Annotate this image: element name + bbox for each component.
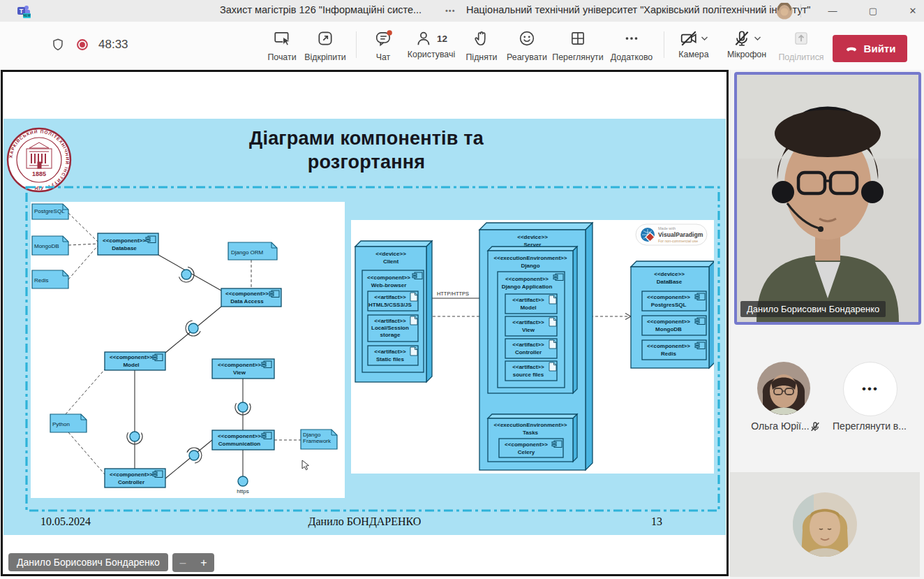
visual-paradigm-badge: Made with VisualParadigm For non-commerc… [636,224,707,245]
participant-video-tile[interactable] [730,472,920,577]
speaker-video [737,75,918,322]
university-logo: ХАРКІВСЬКИЙ ПОЛІТЕХНІЧНИЙ ІНСТИТУТ НТУ 1… [6,127,72,193]
speaker-video-tile[interactable]: Данило Борисович Бондаренко [734,72,921,325]
svg-text:Client: Client [383,258,399,265]
cd-component-controller: <<component>> Controller [105,469,165,488]
svg-text:Tasks: Tasks [523,430,539,436]
dd-env-tasks: <<executionEnvironment>> Tasks <<compone… [488,414,577,462]
dd-http-label: HTTP/HTTPS [437,291,469,297]
dd-env-django: <<executionEnvironment>> Django <<compon… [488,247,577,393]
unpin-icon [316,29,334,47]
titlebar-overflow-button[interactable]: ••• [445,6,456,15]
svg-text:<<component>>: <<component>> [647,343,690,349]
svg-text:PostgreSQL: PostgreSQL [34,208,65,214]
more-participants-button[interactable]: ••• [843,362,897,416]
slide-title: Діаграми компонентів та розгортання [161,126,572,174]
maximize-button[interactable]: ▢ [859,0,887,22]
svg-text:Communication: Communication [218,441,261,447]
svg-text:Static files: Static files [376,356,405,362]
svg-text:Model: Model [123,362,139,368]
cd-component-view: <<component>> View [212,359,274,379]
zoom-out-button[interactable]: – [172,557,193,569]
toolbar-label: Реагувати [498,52,556,62]
svg-text:Redis: Redis [34,277,48,284]
dd-component-postgressql: <<component>> PostgresSQL [642,291,706,311]
cd-note-postgresql: PostgreSQL [32,204,68,219]
toolbar-react-button[interactable]: Реагувати [498,29,556,62]
svg-text:Local/Session: Local/Session [371,325,409,331]
slide-title-line1: Діаграми компонентів та [161,126,572,150]
svg-text:<<executionEnvironment>>: <<executionEnvironment>> [494,422,567,428]
toolbar-view-button[interactable]: Переглянути [549,29,607,62]
toolbar-more-button[interactable]: Додатково [602,29,661,62]
svg-text:<<component>>: <<component>> [647,318,690,325]
react-smiley-icon [518,29,536,47]
dd-artifact-view: <<artifact>> View [505,316,557,336]
chevron-down-icon[interactable] [754,36,761,41]
dd-node-client: <<device>> Client <<component>> Web-brow… [355,241,432,382]
teams-app-icon[interactable]: T NEW [17,4,31,18]
svg-text:<<component>>: <<component>> [103,237,146,244]
toolbar-mic-button[interactable]: Мікрофон [717,29,776,59]
dd-artifact-html: <<artifact>> HTML5/CSS3/JS [368,291,418,311]
share-screen-icon [273,29,291,47]
dd-component-mongodb: <<component>> MongoDB [642,316,706,335]
svg-text:Data Access: Data Access [230,298,264,305]
chat-icon [374,29,393,47]
svg-text:MongoDB: MongoDB [655,326,682,332]
svg-text:<<artifact>>: <<artifact>> [512,364,544,370]
dd-artifact-static-files: <<artifact>> Static files [368,346,418,365]
close-button[interactable]: ✕ [899,0,924,22]
leave-button[interactable]: Вийти [833,35,907,62]
cd-note-django-framework: Django Framework [301,430,337,449]
svg-text:<<artifact>>: <<artifact>> [512,342,544,348]
svg-text:<<artifact>>: <<artifact>> [374,294,406,300]
svg-text:Database: Database [112,245,137,251]
zoom-in-button[interactable]: + [193,557,214,569]
participants-count: 12 [437,34,447,44]
svg-text:<<device>>: <<device>> [654,271,685,277]
participant-name-olga: Ольга Юрії... [747,420,814,432]
dd-artifact-local-session: <<artifact>> Local/Session storage [368,315,418,342]
svg-text:<<component>>: <<component>> [505,276,549,282]
svg-text:<<component>>: <<component>> [110,354,153,360]
slide-author: Данило БОНДАРЕНКО [3,515,726,528]
view-more-label: Переглянути в... [830,420,909,432]
participant-mic-off-icon [810,421,821,432]
meeting-title: Захист магістрів 126 "Інформаційні систе… [220,4,422,15]
svg-text:PostgresSQL: PostgresSQL [651,302,687,308]
svg-text:Redis: Redis [661,351,676,357]
svg-text:<<component>>: <<component>> [218,433,261,439]
org-name: Національний технічний університет "Харк… [466,4,810,15]
mic-off-icon [733,29,751,47]
cd-component-data-access: <<component>> Data Access [221,288,281,307]
toolbar-label: Камера [664,50,723,59]
svg-text:Controller: Controller [515,349,542,356]
participant-avatar-olga[interactable] [757,362,810,415]
chevron-down-icon[interactable] [701,36,708,41]
toolbar-label: Мікрофон [717,50,776,59]
svg-text:storage: storage [380,332,401,338]
toolbar-share-button-disabled: Поділитися [772,29,830,62]
camera-off-icon [680,29,698,47]
minimize-button[interactable]: — [819,0,847,22]
cd-https-label: https [237,488,248,494]
toolbar-camera-button[interactable]: Камера [664,29,723,59]
raise-hand-icon [472,29,491,47]
svg-text:Django ORM: Django ORM [231,249,264,256]
svg-text:<<artifact>>: <<artifact>> [374,349,406,355]
cd-component-communication: <<component>> Communication [212,430,274,450]
cd-component-database: <<component>> Database [98,233,158,255]
window-titlebar: T NEW Захист магістрів 126 "Інформаційні… [0,0,924,22]
toolbar-label: Додатково [602,52,661,62]
svg-text:source files: source files [513,372,544,378]
toolbar-unpin-button[interactable]: Відкріпити [296,29,355,62]
dd-component-redis: <<component>> Redis [642,340,706,360]
speaker-name-overlay: Данило Борисович Бондаренко [740,301,886,317]
slide-page-number: 13 [651,515,662,528]
participant-avatar-bottom [793,492,857,557]
user-avatar[interactable] [776,3,793,20]
shield-icon [50,37,66,52]
video-sidebar: Данило Борисович Бондаренко Ольга Юрії..… [730,70,924,579]
svg-text:VisualParadigm: VisualParadigm [658,231,703,238]
